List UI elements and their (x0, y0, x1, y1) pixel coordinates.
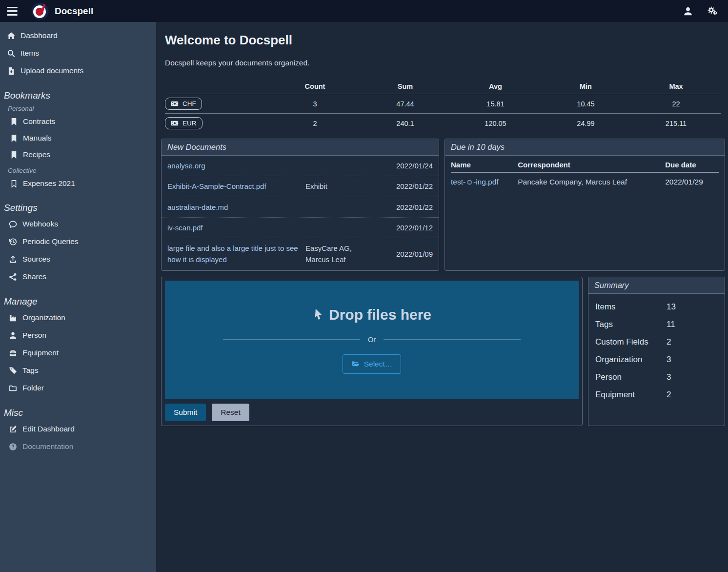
sidebar: Dasbhoard Items Upload documents Bookmar… (0, 22, 156, 572)
toolbox-icon (9, 349, 17, 357)
summary-label: Tags (595, 320, 667, 329)
due-table: Name Correspondent Due date test-☺-ing.p… (451, 157, 719, 191)
sidebar-item-periodic-queries[interactable]: Periodic Queries (0, 233, 156, 250)
due-header-date: Due date (665, 157, 719, 172)
sidebar-section-misc: Misc (4, 408, 156, 418)
document-link[interactable]: Exhibit-A-Sample-Contract.pdf (167, 181, 305, 192)
sidebar-item-organization[interactable]: Organization (0, 309, 156, 327)
stats-header-max: Max (631, 79, 721, 94)
document-link[interactable]: large file and also a large title just t… (167, 243, 305, 266)
sidebar-item-items[interactable]: Items (0, 44, 156, 62)
sidebar-item-equipment[interactable]: Equipment (0, 344, 156, 362)
file-dropzone[interactable]: Drop files here Or Select… (165, 281, 579, 399)
folder-icon (9, 384, 17, 392)
upload-panel: Drop files here Or Select… Submit Reset (161, 277, 583, 426)
due-panel: Due in 10 days Name Correspondent Due da… (445, 139, 725, 271)
stat-value: 2 (270, 114, 360, 133)
currency-badge-eur: EUR (165, 117, 202, 129)
share-nodes-icon (9, 273, 17, 281)
document-link[interactable]: test-☺-ing.pdf (451, 172, 518, 191)
upload-icon (9, 255, 17, 264)
sidebar-item-folder[interactable]: Folder (0, 379, 156, 397)
sidebar-item-tags[interactable]: Tags (0, 362, 156, 379)
bookmark-label: Recipes (23, 150, 50, 159)
sidebar-item-shares[interactable]: Shares (0, 268, 156, 286)
summary-label: Items (595, 302, 667, 312)
stat-value: 47.44 (360, 94, 450, 114)
summary-label: Equipment (595, 390, 667, 400)
due-date: 2022/01/29 (665, 172, 719, 191)
stats-header-avg: Avg (450, 79, 541, 94)
user-icon[interactable] (683, 6, 693, 16)
document-link[interactable]: analyse.org (167, 160, 305, 171)
sidebar-item-edit-dashboard[interactable]: Edit Dashboard (0, 420, 156, 438)
manage-item-label: Person (22, 331, 46, 340)
document-date: 2022/01/22 (374, 203, 433, 211)
summary-label: Organization (595, 355, 667, 365)
panel-title: Due in 10 days (445, 139, 725, 156)
list-item: analyse.org 2022/01/24 (162, 156, 439, 176)
document-link[interactable]: australian-date.md (167, 202, 305, 213)
or-divider: Or (223, 336, 521, 344)
menu-icon[interactable] (7, 7, 18, 16)
stats-header-row: Count Sum Avg Min Max (165, 79, 721, 94)
settings-item-label: Shares (22, 272, 46, 281)
select-files-button[interactable]: Select… (343, 354, 402, 374)
bookmark-label: Expenses 2021 (23, 179, 75, 188)
sidebar-item-webhooks[interactable]: Webhooks (0, 215, 156, 233)
list-item: Items 13 (595, 299, 718, 316)
stat-value: 120.05 (450, 114, 541, 133)
sidebar-section-manage: Manage (4, 296, 156, 307)
summary-label: Custom Fields (595, 337, 667, 347)
list-item: Person 3 (595, 369, 718, 387)
currency-label: CHF (182, 100, 196, 107)
currency-label: EUR (182, 120, 197, 127)
edit-icon (9, 425, 17, 433)
tag-icon (9, 367, 17, 375)
sidebar-item-recipes[interactable]: Recipes (0, 146, 156, 163)
document-date: 2022/01/09 (374, 250, 433, 258)
document-label: Exhibit (305, 181, 374, 192)
sidebar-item-manuals[interactable]: Manuals (0, 130, 156, 146)
new-documents-list: analyse.org 2022/01/24 Exhibit-A-Sample-… (162, 156, 439, 270)
table-row: test-☺-ing.pdf Pancake Company, Marcus L… (451, 172, 719, 191)
due-header-name: Name (451, 157, 518, 172)
document-link[interactable]: iv-scan.pdf (167, 222, 305, 233)
sidebar-section-bookmarks: Bookmarks (4, 90, 156, 101)
sidebar-item-label: Dasbhoard (20, 31, 58, 40)
list-item: australian-date.md 2022/01/22 (162, 197, 439, 218)
sidebar-item-person[interactable]: Person (0, 327, 156, 344)
list-item: Organization 3 (595, 351, 718, 369)
sidebar-section-settings: Settings (4, 203, 156, 213)
manage-item-label: Tags (22, 366, 39, 375)
sidebar-item-documentation[interactable]: ? Documentation (0, 438, 156, 455)
settings-item-label: Webhooks (22, 220, 58, 228)
panel-title: New Documents (162, 139, 439, 156)
sidebar-item-dashboard[interactable]: Dasbhoard (0, 27, 156, 44)
stat-value: 15.81 (450, 94, 541, 114)
settings-item-label: Sources (22, 255, 50, 264)
bookmark-icon (10, 134, 18, 143)
summary-value: 2 (667, 337, 671, 347)
sidebar-item-expenses-2021[interactable]: Expenses 2021 (0, 175, 156, 192)
summary-value: 13 (667, 302, 676, 312)
reset-button[interactable]: Reset (212, 404, 249, 421)
gears-icon[interactable] (708, 6, 718, 17)
comment-icon (9, 220, 17, 228)
folder-open-icon (351, 360, 360, 368)
stats-table: Count Sum Avg Min Max CHF 3 47. (165, 79, 721, 133)
summary-panel: Summary Items 13 Tags 11 Custom Fields 2… (588, 277, 725, 426)
sidebar-item-upload-documents[interactable]: Upload documents (0, 62, 156, 80)
submit-button[interactable]: Submit (165, 404, 206, 421)
home-icon (7, 32, 16, 40)
manage-item-label: Equipment (22, 348, 59, 357)
stats-header-sum: Sum (360, 79, 450, 94)
select-label: Select… (364, 360, 393, 368)
page-subtitle: Docspell keeps your documents organized. (165, 59, 721, 67)
sidebar-item-sources[interactable]: Sources (0, 250, 156, 268)
settings-item-label: Periodic Queries (22, 237, 79, 246)
summary-value: 11 (667, 320, 675, 329)
sidebar-item-contracts[interactable]: Contracts (0, 113, 156, 130)
bookmark-group-personal: Personal (8, 105, 156, 112)
list-item: Custom Fields 2 (595, 334, 718, 351)
